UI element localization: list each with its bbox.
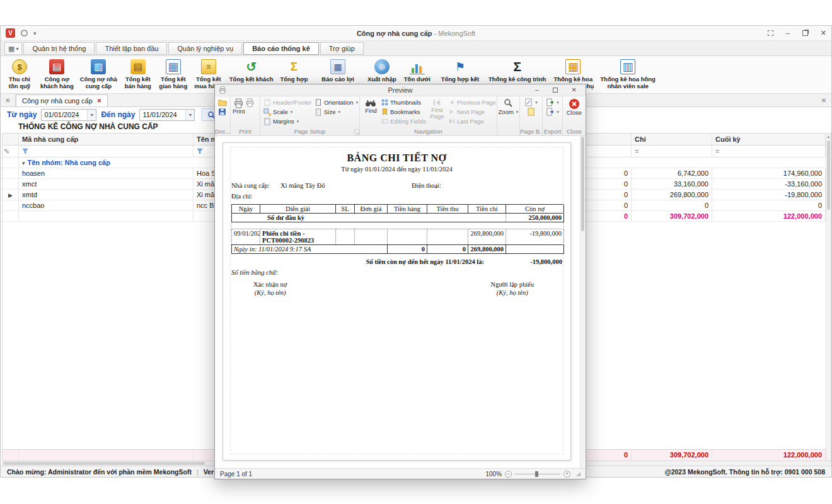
filter-funnel-icon[interactable]: [197, 148, 203, 154]
toolbar-hoa-hong-nhan-vien-sale[interactable]: Thống kê hoa hồng nhân viên sale: [597, 58, 659, 91]
margins-button[interactable]: Margins: [262, 117, 313, 126]
toolbar-tong-ket-ban-hang[interactable]: Tổng kết bán hàng: [120, 58, 156, 91]
next-page-button[interactable]: Next Page: [447, 107, 495, 117]
open-document-button[interactable]: [217, 98, 228, 107]
copyright-text: @2023 MekongSoft. Thông tin hỗ trợ: 0901…: [664, 468, 825, 476]
sign-left-block: Xác nhận nợ (Ký, họ tên): [253, 281, 287, 296]
page-color-icon: [527, 108, 535, 116]
zoom-dropdown-button[interactable]: Zoom: [497, 107, 520, 117]
export-file-icon: [546, 98, 554, 106]
minimize-button[interactable]: –: [786, 30, 790, 37]
title-bar: V ▾ Công nợ nhà cung cấp - MekongSoft – …: [1, 26, 831, 41]
resize-grip-icon[interactable]: ◢: [576, 471, 581, 477]
thumbnails-icon: [381, 99, 388, 106]
watermark-icon: [524, 98, 533, 106]
first-page-icon: [432, 98, 442, 107]
from-date-field[interactable]: 01/01/2024 ▾: [41, 109, 96, 121]
group-collapse-icon[interactable]: ▾: [22, 160, 25, 166]
dialog-minimize-button[interactable]: –: [535, 87, 539, 93]
export-document-button[interactable]: [545, 98, 560, 107]
tab-strip-close-icon[interactable]: ✕: [816, 94, 831, 106]
filter-cell-code[interactable]: [19, 146, 194, 158]
zoom-tool-button[interactable]: [502, 98, 514, 107]
zoom-in-button[interactable]: +: [563, 471, 570, 478]
column-header-code[interactable]: Mã nhà cung cấp: [19, 134, 194, 146]
print-preview-dialog: Preview – ✕ Doc... Print: [214, 84, 586, 479]
quick-print-button[interactable]: [245, 98, 255, 115]
sales-commission-icon: [620, 59, 635, 74]
save-icon: [218, 108, 226, 116]
business-results-icon: [453, 59, 468, 74]
save-document-button[interactable]: [217, 107, 228, 117]
close-tab-icon[interactable]: ✕: [97, 98, 102, 104]
record-icon[interactable]: [21, 30, 28, 37]
toolbar-tong-ket-giao-hang[interactable]: Tổng kết giao hàng: [156, 58, 191, 91]
close-all-tabs-icon[interactable]: ✕: [1, 94, 16, 106]
tab-cong-no-nha-cung-cap[interactable]: Công nợ nhà cung cấp ✕: [16, 94, 108, 106]
send-email-button[interactable]: [545, 107, 560, 117]
close-circle-icon: [569, 98, 580, 110]
filter-funnel-icon[interactable]: [22, 148, 28, 154]
menu-tab-thiet-lap-ban-dau[interactable]: Thiết lập ban đầu: [96, 42, 167, 55]
filter-cell-chi[interactable]: =: [632, 146, 712, 158]
income-expense-summary-icon: [286, 59, 301, 74]
scrollbar-thumb[interactable]: [827, 140, 830, 210]
low-stock-icon: [410, 59, 425, 74]
watermark-button[interactable]: [523, 98, 539, 107]
scrollbar-thumb[interactable]: [3, 462, 205, 465]
print-button[interactable]: Print: [233, 98, 245, 115]
fullscreen-button[interactable]: [768, 30, 773, 36]
thumbnails-button[interactable]: Thumbnails: [380, 98, 427, 107]
zoom-out-button[interactable]: –: [505, 471, 512, 478]
previous-page-button[interactable]: Previous Page: [447, 98, 495, 107]
column-header-chi[interactable]: Chi: [632, 134, 712, 146]
close-button[interactable]: ✕: [821, 30, 826, 37]
page-color-button[interactable]: [526, 107, 536, 117]
sign-right-block: Người lập phiếu (Ký, họ tên): [491, 281, 534, 296]
scrollbar-thumb[interactable]: [581, 137, 584, 231]
bookmarks-button[interactable]: Bookmarks: [380, 107, 427, 117]
dialog-launcher-icon[interactable]: ↘: [354, 129, 360, 135]
filter-cell-cuoiky[interactable]: =: [712, 146, 826, 158]
printer-icon: [245, 98, 255, 107]
menu-tab-bao-cao-thong-ke[interactable]: Báo cáo thống kê: [243, 42, 319, 55]
toolbar-thu-chi-ton-quy[interactable]: Thu chi tồn quỹ: [2, 58, 37, 91]
sales-profit-report-icon: [330, 59, 345, 74]
orientation-button[interactable]: Orientation: [313, 98, 357, 107]
quick-access-caret-icon[interactable]: ▾: [33, 30, 37, 37]
menu-tab-quan-ly-nghiep-vu[interactable]: Quản lý nghiệp vụ: [168, 42, 242, 55]
dialog-maximize-button[interactable]: [553, 88, 558, 93]
app-menu-button[interactable]: ▦ ▾: [4, 42, 22, 55]
chevron-down-icon[interactable]: ▾: [185, 110, 194, 120]
chevron-down-icon[interactable]: ▾: [87, 110, 96, 120]
header-footer-icon: [263, 99, 271, 106]
header-footer-button[interactable]: Header/Footer: [262, 98, 313, 107]
phone-label: Điện thoại:: [412, 182, 441, 189]
header-indicator: [3, 134, 19, 146]
editing-fields-button[interactable]: Editing Fields: [380, 117, 427, 126]
to-date-field[interactable]: 11/01/2024 ▾: [139, 109, 195, 121]
menu-bar: ▦ ▾ Quản trị hệ thống Thiết lập ban đầu …: [1, 41, 831, 56]
toolbar-cong-no-khach-hang[interactable]: Công nợ khách hàng: [37, 58, 77, 91]
zoom-slider[interactable]: [515, 471, 560, 478]
customer-returns-icon: [244, 59, 259, 74]
dialog-close-button[interactable]: ✕: [572, 87, 577, 93]
magnifier-icon: [504, 98, 512, 107]
find-button[interactable]: Find: [362, 98, 380, 126]
first-page-button[interactable]: First Page: [427, 98, 447, 126]
column-header-cuoiky[interactable]: Cuối kỳ: [712, 134, 826, 146]
menu-tab-tro-giup[interactable]: Trợ giúp: [320, 42, 364, 55]
toolbar-cong-no-nha-cung-cap[interactable]: Công nợ nhà cung cấp: [77, 58, 120, 91]
last-page-button[interactable]: Last Page: [447, 117, 495, 126]
scale-button[interactable]: Scale: [262, 107, 313, 117]
scroll-up-icon[interactable]: ▲: [826, 134, 831, 140]
vertical-scrollbar[interactable]: ▲: [826, 134, 831, 461]
size-button[interactable]: Size: [313, 107, 357, 117]
last-page-icon: [448, 118, 455, 125]
maximize-button[interactable]: [802, 30, 808, 36]
zoom-slider-thumb[interactable]: [535, 471, 538, 477]
preview-vertical-scrollbar[interactable]: [580, 136, 585, 468]
close-preview-button[interactable]: Close: [565, 98, 584, 116]
address-label: Địa chỉ:: [231, 193, 253, 200]
menu-tab-quan-tri-he-thong[interactable]: Quản trị hệ thống: [23, 42, 95, 55]
